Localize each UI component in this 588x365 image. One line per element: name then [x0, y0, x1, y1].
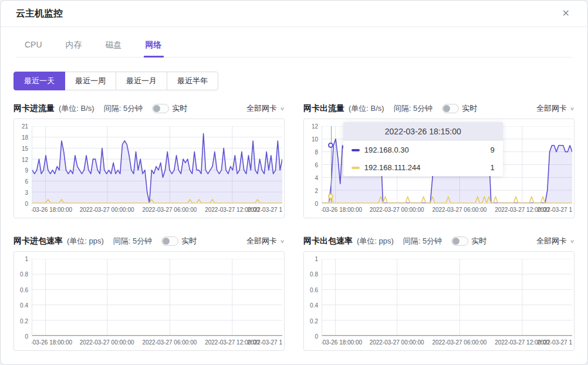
tab-network[interactable]: 网络	[144, 35, 164, 58]
panel-interval: 间隔: 5分钟	[403, 236, 442, 246]
y-tick-label: 12	[312, 124, 318, 130]
plot-area[interactable]	[32, 259, 282, 336]
nic-filter-dropdown[interactable]: 全部网卡 ∨	[246, 236, 285, 246]
toggle-knob	[163, 238, 170, 245]
panel-unit: (单位: B/s)	[349, 103, 384, 114]
panel-interval: 间隔: 5分钟	[113, 236, 152, 246]
chart-canvas	[32, 259, 282, 336]
realtime-label: 实时	[462, 103, 477, 114]
crosshair-line	[331, 126, 332, 203]
chart-canvas	[322, 259, 572, 336]
x-tick-label: 2022-03-27 06:00:00	[142, 207, 197, 213]
chart-panels: 网卡进流量 (单位: B/s) 间隔: 5分钟 实时 全部网卡 ∨ 211815…	[13, 102, 575, 351]
panel-header: 网卡进流量 (单位: B/s) 间隔: 5分钟 实时 全部网卡 ∨	[13, 102, 285, 115]
panel-header: 网卡出流量 (单位: B/s) 间隔: 5分钟 实时 全部网卡 ∨	[303, 102, 575, 115]
y-tick-label: 0.4	[310, 303, 318, 309]
close-icon[interactable]: ✕	[560, 6, 572, 21]
y-tick-label: 0.8	[20, 272, 28, 278]
toggle-knob	[443, 105, 450, 112]
x-tick-label: 2022-03-27 1	[538, 207, 573, 213]
x-tick-label: 2022-03-27 1	[248, 207, 283, 213]
range-button-last-month[interactable]: 最近一月	[116, 72, 167, 90]
nic-filter-label: 全部网卡	[246, 236, 277, 246]
nic-filter-dropdown[interactable]: 全部网卡 ∨	[536, 236, 575, 246]
panel-title: 网卡出包速率	[303, 236, 353, 246]
chart-box: 121086420 2022-03-26 18:15:00 192.168.0.…	[303, 119, 575, 218]
y-tick-label: 8	[315, 150, 318, 156]
plot-area[interactable]	[32, 126, 282, 204]
y-axis-labels: 211815129630	[14, 126, 32, 204]
x-tick-label: 2022-03-27 06:00:00	[432, 207, 486, 213]
y-tick-label: 0.2	[310, 319, 318, 325]
y-tick-label: 0.6	[20, 288, 28, 293]
panel-nic-in-packet-rate: 网卡进包速率 (单位: pps) 间隔: 5分钟 实时 全部网卡 ∨ 10.80…	[13, 235, 285, 351]
chart-box: 10.80.60.40.20 2022-03-26 18:00:002022-0…	[303, 251, 575, 351]
tab-cpu[interactable]: CPU	[23, 35, 44, 58]
y-tick-label: 1	[315, 256, 318, 262]
y-tick-label: 12	[22, 157, 28, 163]
tooltip-row: 192.168.111.244 1	[343, 158, 503, 176]
panel-title: 网卡进流量	[13, 103, 55, 114]
dialog-title: 云主机监控	[16, 8, 63, 20]
nic-filter-label: 全部网卡	[536, 236, 567, 246]
y-tick-label: 0	[315, 201, 318, 207]
range-button-last-day[interactable]: 最近一天	[13, 72, 65, 90]
nic-filter-dropdown[interactable]: 全部网卡 ∨	[536, 103, 575, 114]
nic-filter-dropdown[interactable]: 全部网卡 ∨	[246, 103, 285, 114]
tab-memory[interactable]: 内存	[64, 35, 84, 58]
x-axis-labels: 2022-03-26 18:00:002022-03-27 00:00:0020…	[32, 336, 282, 348]
panel-interval: 间隔: 5分钟	[394, 103, 432, 114]
x-tick-label: 2022-03-27 00:00:00	[370, 207, 424, 213]
x-tick-label: 2022-03-26 18:00:00	[32, 207, 72, 213]
y-tick-label: 0	[25, 201, 28, 207]
panel-title: 网卡进包速率	[13, 236, 63, 246]
realtime-label: 实时	[471, 236, 486, 246]
x-tick-label: 2022-03-27 1	[248, 339, 283, 346]
series-dash	[352, 149, 360, 151]
panel-unit: (单位: B/s)	[59, 103, 94, 114]
y-tick-label: 9	[25, 168, 28, 174]
series-value: 1	[491, 163, 495, 172]
series-name: 192.168.0.30	[364, 146, 409, 154]
y-tick-label: 2	[315, 188, 318, 194]
chevron-down-icon: ∨	[280, 106, 285, 111]
series-dash	[352, 167, 360, 169]
plot-area[interactable]: 2022-03-26 18:15:00 192.168.0.30 9 192.1…	[322, 126, 572, 204]
chevron-down-icon: ∨	[280, 238, 285, 244]
x-axis-labels: 2022-03-26 18:00:002022-03-27 00:00:0020…	[322, 204, 572, 215]
panel-title: 网卡出流量	[303, 103, 344, 114]
x-tick-label: 2022-03-27 06:00:00	[432, 339, 486, 346]
y-tick-label: 0.4	[20, 303, 28, 309]
range-button-last-half-year[interactable]: 最近半年	[167, 72, 218, 90]
y-tick-label: 15	[22, 146, 28, 152]
realtime-toggle[interactable]	[161, 236, 178, 246]
x-tick-label: 2022-03-26 18:00:00	[322, 339, 362, 346]
x-axis-labels: 2022-03-26 18:00:002022-03-27 00:00:0020…	[322, 336, 572, 348]
realtime-toggle[interactable]	[152, 104, 169, 113]
y-axis-labels: 121086420	[304, 126, 322, 204]
panel-nic-in-traffic: 网卡进流量 (单位: B/s) 间隔: 5分钟 实时 全部网卡 ∨ 211815…	[13, 102, 285, 218]
tooltip-row: 192.168.0.30 9	[343, 141, 503, 158]
tabs-bar: CPU 内存 磁盘 网络	[16, 35, 572, 58]
series-name: 192.168.111.244	[364, 163, 421, 172]
x-tick-label: 2022-03-26 18:00:00	[32, 339, 72, 346]
realtime-toggle[interactable]	[442, 104, 459, 113]
realtime-label: 实时	[172, 103, 187, 114]
x-tick-label: 2022-03-27 1	[538, 339, 573, 346]
x-tick-label: 2022-03-27 00:00:00	[80, 339, 134, 346]
y-axis-labels: 10.80.60.40.20	[14, 259, 32, 336]
panel-header: 网卡出包速率 (单位: pps) 间隔: 5分钟 实时 全部网卡 ∨	[303, 235, 575, 248]
tab-disk[interactable]: 磁盘	[104, 35, 124, 58]
toggle-knob	[452, 238, 459, 245]
x-axis-labels: 2022-03-26 18:00:002022-03-27 00:00:0020…	[32, 204, 282, 215]
realtime-toggle[interactable]	[451, 236, 468, 246]
range-button-last-week[interactable]: 最近一周	[65, 72, 116, 90]
nic-filter-label: 全部网卡	[536, 103, 567, 114]
series-value: 9	[491, 146, 495, 154]
panel-interval: 间隔: 5分钟	[104, 103, 143, 114]
panel-nic-out-traffic: 网卡出流量 (单位: B/s) 间隔: 5分钟 实时 全部网卡 ∨ 121086…	[303, 102, 575, 218]
plot-area[interactable]	[322, 259, 572, 336]
chart-box: 211815129630 2022-03-26 18:00:002022-03-…	[13, 119, 285, 218]
chevron-down-icon: ∨	[570, 106, 575, 111]
tooltip-timestamp: 2022-03-26 18:15:00	[343, 122, 503, 141]
